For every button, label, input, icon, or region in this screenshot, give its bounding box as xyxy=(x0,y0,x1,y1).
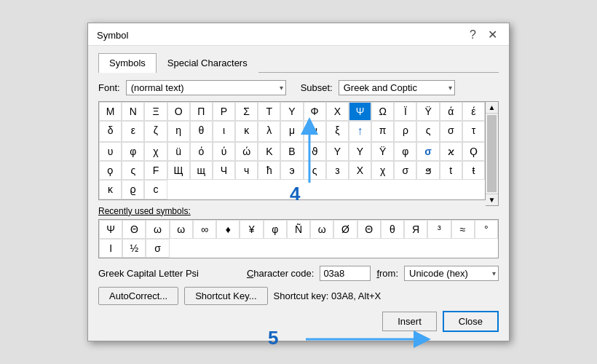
sym-cell[interactable]: ά xyxy=(440,102,462,121)
sym-cell[interactable]: ζ xyxy=(144,121,167,142)
sym-cell[interactable]: υ xyxy=(99,142,122,161)
scrollbar[interactable]: ▲ ▼ xyxy=(486,101,499,206)
close-button[interactable]: Close xyxy=(443,311,499,332)
sym-cell[interactable]: F xyxy=(144,161,167,180)
sym-cell[interactable]: щ xyxy=(190,161,213,180)
sym-cell[interactable]: χ xyxy=(144,142,167,161)
sym-cell[interactable]: э xyxy=(280,161,303,180)
sym-cell[interactable]: Β xyxy=(280,142,303,161)
subset-select[interactable]: Greek and Coptic xyxy=(339,80,455,95)
sym-cell[interactable]: κ xyxy=(235,121,258,142)
sym-cell[interactable]: Φ xyxy=(304,102,326,121)
recent-sym[interactable]: ω xyxy=(146,220,169,239)
window-close-button[interactable]: ✕ xyxy=(485,29,500,41)
recent-sym[interactable]: Я xyxy=(404,220,427,239)
sym-cell[interactable]: ŧ xyxy=(462,161,485,180)
sym-cell[interactable]: έ xyxy=(462,102,485,121)
recent-sym[interactable]: Ψ xyxy=(99,220,122,239)
recent-sym[interactable]: θ xyxy=(381,220,404,239)
sym-cell[interactable]: ϧ xyxy=(416,161,439,180)
sym-cell[interactable]: τ xyxy=(462,121,485,142)
sym-cell[interactable]: Σ xyxy=(235,102,258,121)
recent-sym[interactable]: Ø xyxy=(333,220,357,239)
sym-cell[interactable]: ς xyxy=(416,121,439,142)
sym-cell[interactable]: ü xyxy=(167,142,190,161)
sym-cell[interactable]: ώ xyxy=(235,142,258,161)
sym-cell[interactable]: Ο xyxy=(167,102,190,121)
sym-cell[interactable]: μ xyxy=(280,121,303,142)
sym-cell[interactable]: Ω xyxy=(371,102,394,121)
recent-sym[interactable]: Θ xyxy=(122,220,146,239)
recent-sym[interactable]: ° xyxy=(475,220,498,239)
recent-sym[interactable]: φ xyxy=(264,220,287,239)
sym-cell[interactable]: φ xyxy=(394,142,416,161)
help-button[interactable]: ? xyxy=(467,29,479,41)
sym-cell[interactable]: Π xyxy=(190,102,213,121)
sym-cell[interactable]: θ xyxy=(190,121,213,142)
sym-cell[interactable]: Υ xyxy=(349,142,371,161)
recent-sym[interactable]: Θ xyxy=(357,220,381,239)
sym-cell[interactable]: ϙ xyxy=(99,161,122,180)
recent-sym[interactable]: ω xyxy=(170,220,193,239)
sym-cell[interactable]: Ν xyxy=(122,102,144,121)
recent-sym[interactable]: ¥ xyxy=(240,220,263,239)
sym-cell[interactable]: ό xyxy=(190,142,213,161)
sym-cell[interactable]: Ρ xyxy=(213,102,235,121)
sym-cell-selected[interactable]: Ψ xyxy=(349,102,371,121)
sym-cell[interactable]: δ xyxy=(99,121,122,142)
recent-sym[interactable]: Ñ xyxy=(287,220,310,239)
sym-cell[interactable]: λ xyxy=(258,121,280,142)
recent-sym[interactable]: ∞ xyxy=(193,220,216,239)
from-select[interactable]: Unicode (hex) xyxy=(404,266,499,281)
sym-cell[interactable]: σ xyxy=(416,142,439,161)
sym-cell[interactable]: Χ xyxy=(349,161,371,180)
sym-cell[interactable]: t xyxy=(440,161,462,180)
sym-cell[interactable]: ξ xyxy=(326,121,349,142)
recent-sym[interactable]: I xyxy=(99,239,122,258)
sym-cell[interactable]: η xyxy=(167,121,190,142)
recent-sym[interactable]: ω xyxy=(310,220,333,239)
recent-sym[interactable]: σ xyxy=(146,239,169,258)
sym-cell[interactable]: Ϙ xyxy=(462,142,485,161)
sym-cell[interactable]: ρ xyxy=(394,121,416,142)
tab-special-characters[interactable]: Special Characters xyxy=(157,53,258,73)
sym-cell[interactable]: ч xyxy=(235,161,258,180)
autocorrect-button[interactable]: AutoCorrect... xyxy=(98,287,178,305)
sym-cell[interactable]: Ÿ xyxy=(371,142,394,161)
sym-cell[interactable]: c xyxy=(144,180,167,199)
recent-sym[interactable]: ≈ xyxy=(451,220,475,239)
sym-cell[interactable]: χ xyxy=(371,161,394,180)
sym-cell[interactable]: ħ xyxy=(258,161,280,180)
font-select[interactable]: (normal text) xyxy=(126,80,286,95)
sym-cell[interactable]: ϑ xyxy=(304,142,326,161)
sym-cell[interactable]: Ϊ xyxy=(394,102,416,121)
sym-cell[interactable]: φ xyxy=(122,142,144,161)
sym-cell[interactable]: Τ xyxy=(258,102,280,121)
char-code-input[interactable] xyxy=(320,266,371,281)
scroll-up-btn[interactable]: ▲ xyxy=(486,102,498,114)
sym-cell[interactable]: ύ xyxy=(213,142,235,161)
sym-cell[interactable]: Υ xyxy=(326,142,349,161)
sym-cell[interactable]: π xyxy=(371,121,394,142)
sym-cell[interactable]: ε xyxy=(122,121,144,142)
insert-button[interactable]: Insert xyxy=(382,312,437,331)
sym-cell[interactable]: ↑ xyxy=(349,121,371,142)
sym-cell[interactable]: з xyxy=(326,161,349,180)
sym-cell[interactable]: ϰ xyxy=(440,142,462,161)
sym-cell[interactable]: ν xyxy=(304,121,326,142)
recent-sym[interactable]: ½ xyxy=(122,239,146,258)
sym-cell[interactable]: Χ xyxy=(326,102,349,121)
sym-cell[interactable]: Μ xyxy=(99,102,122,121)
sym-cell[interactable]: ϱ xyxy=(122,180,144,199)
sym-cell[interactable]: ι xyxy=(213,121,235,142)
sym-cell[interactable]: σ xyxy=(440,121,462,142)
scroll-down-btn[interactable]: ▼ xyxy=(486,194,498,205)
sym-cell[interactable]: Щ xyxy=(167,161,190,180)
sym-cell[interactable]: Υ xyxy=(280,102,303,121)
sym-cell[interactable]: ς xyxy=(122,161,144,180)
recent-sym[interactable]: ♦ xyxy=(216,220,240,239)
sym-cell[interactable]: Ϋ xyxy=(416,102,439,121)
shortcut-key-button[interactable]: Shortcut Key... xyxy=(184,287,267,305)
sym-cell[interactable]: Ξ xyxy=(144,102,167,121)
sym-cell[interactable]: Κ xyxy=(258,142,280,161)
